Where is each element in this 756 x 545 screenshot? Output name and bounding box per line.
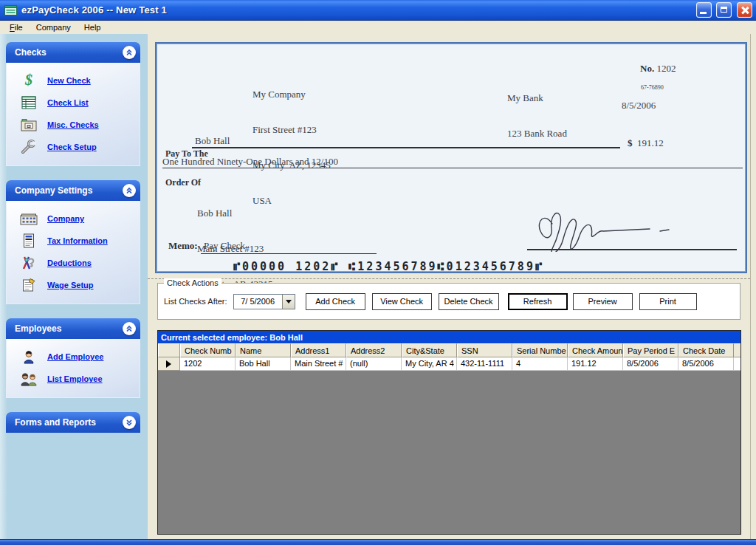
dollar-icon: $ [20,73,38,88]
column-header[interactable]: Serial Numbe [512,343,568,357]
wrench-icon [20,140,38,154]
menu-company[interactable]: Company [30,21,78,33]
cell-name: Bob Hall [236,357,291,371]
refresh-button[interactable]: Refresh [508,293,568,310]
add-check-button[interactable]: Add Check [306,293,365,310]
panel-checks-header[interactable]: Checks [6,42,140,63]
column-header[interactable]: Address1 [291,343,346,357]
column-header[interactable]: Address2 [346,343,402,357]
building-icon [20,211,38,226]
app-icon [4,4,17,16]
table-row[interactable]: 1202 Bob Hall Main Street # (null) My Ci… [158,357,740,371]
expand-chevron-icon[interactable] [123,416,136,429]
cell-check-date: 8/5/2006 [678,357,734,371]
column-header[interactable]: Name [236,343,291,357]
group-title: Check Actions [164,278,221,287]
sidebar-item-add-employee[interactable]: Add Employee [7,346,140,368]
column-header[interactable]: SSN [457,343,512,357]
minimize-button[interactable] [696,2,712,18]
check-number: No. 1202 [640,63,676,75]
check-preview: My Company First Street #123 My City AZ,… [155,42,747,273]
cell-ssn: 432-11-1111 [457,357,512,371]
main-area: My Company First Street #123 My City AZ,… [148,34,751,539]
memo-underline [201,240,377,254]
micr-line: ⑈00000 1202⑈ ⑆123456789⑆0123456789⑈ [233,260,544,273]
print-button[interactable]: Print [639,293,697,310]
menu-bar: File Company Help [0,21,756,34]
view-check-button[interactable]: View Check [372,293,432,310]
row-selector-cell[interactable] [158,357,180,371]
panel-forms-and-reports-header[interactable]: Forms and Reports [6,412,140,433]
memo-label: Memo: [168,240,198,252]
folder-icon [20,117,38,132]
panel-employees: Employees Add Employee [6,318,140,398]
cell-serial-number: 4 [512,357,568,371]
sidebar-item-wage-setup[interactable]: Wage Setup [7,274,140,296]
app-window: ezPayCheck 2006 -- New Test 1 File Compa… [0,0,756,545]
minimize-icon [700,12,707,14]
panel-company-settings-header[interactable]: Company Settings [6,180,140,201]
sidebar-item-check-setup[interactable]: Check Setup [7,136,140,158]
menu-help[interactable]: Help [78,21,108,33]
grid-header-row: Check Numb Name Address1 Address2 City&S… [158,343,740,357]
collapse-chevron-icon[interactable] [123,46,136,59]
collapse-chevron-icon[interactable] [123,184,136,197]
sidebar-item-company[interactable]: Company [7,208,140,230]
tools-icon [20,256,38,270]
chevron-down-icon [286,300,292,304]
list-checks-after-label: List Checks After: [164,297,227,306]
column-header[interactable]: Pay Period E [623,343,678,357]
column-header[interactable]: City&State [402,343,457,357]
document-icon [20,233,38,248]
grid-caption: Current selected employee: Bob Hall [158,331,740,343]
dropdown-arrow-button[interactable] [282,295,295,309]
restore-button[interactable] [716,2,732,18]
column-header[interactable]: Check Date [678,343,734,357]
checks-grid: Current selected employee: Bob Hall Chec… [157,330,741,535]
header-filler [734,343,740,357]
notepad-icon [20,278,38,292]
sidebar-item-new-check[interactable]: $ New Check [7,69,140,92]
delete-check-button[interactable]: Delete Check [439,293,499,310]
column-header[interactable]: Check Numb [180,343,236,357]
payee-underline [192,135,620,148]
check-date: 8/5/2006 [622,100,656,112]
menu-file[interactable]: File [3,21,30,33]
collapse-chevron-icon[interactable] [123,322,136,335]
amount-words-underline [162,156,743,168]
sidebar-item-check-list[interactable]: Check List [7,92,140,114]
sidebar-item-misc-checks[interactable]: Misc. Checks [7,114,140,136]
window-title: ezPayCheck 2006 -- New Test 1 [21,4,692,16]
cell-check-number: 1202 [180,357,236,371]
svg-text:$: $ [24,72,32,88]
date-value: 7/ 5/2006 [234,295,282,309]
panel-forms-and-reports: Forms and Reports [6,412,140,433]
cell-pay-period-end: 8/5/2006 [623,357,678,371]
signature-line [527,237,737,250]
check-fraction: 67-76890 [641,82,664,94]
sidebar-item-tax-information[interactable]: Tax Information [7,230,140,252]
people-icon [20,371,38,386]
sidebar-item-deductions[interactable]: Deductions [7,252,140,274]
row-filler [734,357,740,371]
column-header[interactable]: Check Amoun [568,343,623,357]
restore-icon [721,7,727,13]
panel-company-settings: Company Settings Company [6,180,140,304]
close-button[interactable] [737,2,752,18]
check-amount: $ 191.12 [628,137,664,149]
current-row-arrow-icon [166,360,171,368]
sidebar: Checks $ New Check [0,34,148,539]
panel-employees-header[interactable]: Employees [6,318,140,339]
preview-button[interactable]: Preview [573,293,633,310]
list-after-date-dropdown[interactable]: 7/ 5/2006 [233,294,295,309]
title-bar: ezPayCheck 2006 -- New Test 1 [0,0,756,21]
cell-check-amount: 191.12 [568,357,623,371]
perforation-line [148,278,750,279]
person-icon [20,349,38,364]
cell-address1: Main Street # [291,357,346,371]
check-actions-group: Check Actions List Checks After: 7/ 5/20… [157,283,740,320]
sidebar-item-list-employee[interactable]: List Employee [7,368,140,390]
cell-address2: (null) [346,357,402,371]
check-list-icon [20,95,38,110]
cell-city-state: My City, AR 4 [402,357,457,371]
